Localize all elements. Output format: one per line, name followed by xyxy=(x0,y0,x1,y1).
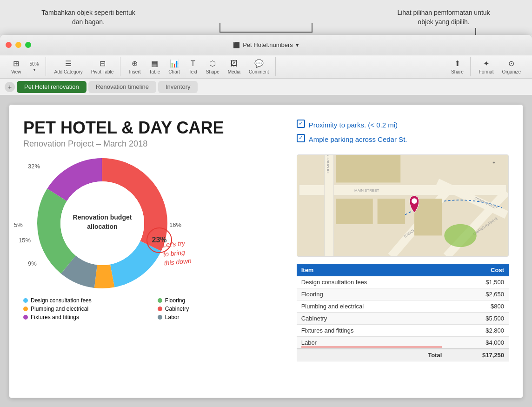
left-panel: PET HOTEL & DAY CARE Renovation Project … xyxy=(23,119,283,384)
toolbar-group-view: ⊞ View 50% ▾ xyxy=(5,57,46,76)
checkbox-icon-1[interactable]: ✓ xyxy=(297,120,305,128)
handwritten-notes: ✓ Proximity to parks. (< 0.2 mi) ✓ Ample… xyxy=(297,119,509,147)
table-cell-cost: $800 xyxy=(446,300,509,313)
table-cell-item: Cabinetry xyxy=(297,313,447,325)
legend-item: Design consultation fees xyxy=(23,297,148,304)
pct-label-15: 15% xyxy=(19,237,31,244)
window-title: ⬛ Pet Hotel.numbers ▾ xyxy=(233,41,299,48)
tooltip-bracket-left xyxy=(219,23,313,33)
zoom-button[interactable]: 50% ▾ xyxy=(26,60,43,74)
chevron-down-icon: ▾ xyxy=(33,68,35,72)
view-icon: ⊞ xyxy=(13,59,19,68)
chart-icon: 📊 xyxy=(170,59,179,68)
pct-label-5: 5% xyxy=(14,221,23,228)
legend-dot xyxy=(23,315,28,320)
checkbox-parking: ✓ Ample parking across Cedar St. xyxy=(297,133,509,146)
comment-button[interactable]: 💬 Comment xyxy=(245,57,273,76)
toolbar: ⊞ View 50% ▾ ☰ Add Category ⊟ Pivot Tabl… xyxy=(0,55,532,79)
budget-table: Item Cost Design consultation fees $1,50… xyxy=(297,264,509,361)
legend-item: Flooring xyxy=(158,297,283,304)
legend-item: Cabinetry xyxy=(158,306,283,312)
chart-button[interactable]: 📊 Chart xyxy=(165,57,183,76)
tooltip-left: Tambahkan objek seperti bentuk dan bagan… xyxy=(37,8,140,27)
tab-pet-hotel-renovation[interactable]: Pet Hotel renovation xyxy=(17,81,86,93)
total-label: Total xyxy=(297,349,447,361)
table-cell-cost: $1,500 xyxy=(446,276,509,288)
doc-icon: ⬛ xyxy=(233,42,240,48)
tabsbar: + Pet Hotel renovation Renovation timeli… xyxy=(0,79,532,95)
minimize-button[interactable] xyxy=(15,42,21,48)
add-category-button[interactable]: ☰ Add Category xyxy=(51,57,86,76)
legend-item: Fixtures and fittings xyxy=(23,314,148,320)
document-subtitle: Renovation Project – March 2018 xyxy=(23,139,283,149)
main-window: ⬛ Pet Hotel.numbers ▾ ⊞ View 50% ▾ ☰ Add… xyxy=(0,35,532,407)
map-svg: MAIN STREET GRAND AVENUE RANCH ROAD FILM… xyxy=(297,155,508,256)
organize-icon: ⊙ xyxy=(508,59,514,68)
insert-icon: ⊕ xyxy=(132,59,138,68)
checkbox-proximity: ✓ Proximity to parks. (< 0.2 mi) xyxy=(297,119,509,131)
view-button[interactable]: ⊞ View xyxy=(7,57,25,76)
legend-dot xyxy=(158,315,162,320)
canvas: PET HOTEL & DAY CARE Renovation Project … xyxy=(9,105,523,398)
annotation-container: 23% Let's try to bring this down xyxy=(163,237,191,267)
pct-label-9: 9% xyxy=(28,260,37,267)
svg-text:+: + xyxy=(492,160,495,165)
svg-text:MAIN STREET: MAIN STREET xyxy=(354,188,379,193)
right-panel: ✓ Proximity to parks. (< 0.2 mi) ✓ Ample… xyxy=(297,119,509,384)
category-icon: ☰ xyxy=(65,59,72,68)
main-content: PET HOTEL & DAY CARE Renovation Project … xyxy=(0,95,532,407)
table-row: Fixtures and fittings $2,800 xyxy=(297,325,509,337)
legend-item: Plumbing and electrical xyxy=(23,306,148,312)
svg-text:Renovation budget: Renovation budget xyxy=(73,214,132,221)
table-cell-item: Labor xyxy=(297,337,447,349)
toolbar-group-format: ✦ Format ⊙ Organize xyxy=(472,57,527,76)
table-cell-cost: $4,000 xyxy=(446,337,509,349)
media-button[interactable]: 🖼 Media xyxy=(224,58,244,76)
checkbox-icon-2[interactable]: ✓ xyxy=(297,134,305,142)
media-icon: 🖼 xyxy=(230,60,238,68)
table-cell-cost: $2,650 xyxy=(446,288,509,300)
window-title-text: Pet Hotel.numbers xyxy=(243,41,293,48)
shape-button[interactable]: ⬡ Shape xyxy=(202,57,223,76)
format-icon: ✦ xyxy=(483,59,489,68)
svg-rect-21 xyxy=(377,199,405,224)
chevron-icon[interactable]: ▾ xyxy=(296,41,299,48)
text-button[interactable]: T Text xyxy=(185,58,201,76)
table-row: Cabinetry $5,500 xyxy=(297,313,509,325)
total-value: $17,250 xyxy=(446,349,509,361)
share-button[interactable]: ⬆ Share xyxy=(447,57,467,76)
format-button[interactable]: ✦ Format xyxy=(475,57,498,76)
table-cell-item: Design consultation fees xyxy=(297,276,447,288)
svg-text:allocation: allocation xyxy=(87,223,117,230)
document-title: PET HOTEL & DAY CARE xyxy=(23,119,283,137)
table-row: Design consultation fees $1,500 xyxy=(297,276,509,288)
toolbar-group-insert: ⊕ Insert ▦ Table 📊 Chart T Text ⬡ Shape … xyxy=(122,57,276,76)
svg-point-24 xyxy=(444,224,476,247)
sheet-content: PET HOTEL & DAY CARE Renovation Project … xyxy=(23,119,509,384)
table-cell-item: Plumbing and electrical xyxy=(297,300,447,313)
tooltip-right: Lihat pilihan pemformatan untuk objek ya… xyxy=(392,8,495,27)
tab-inventory[interactable]: Inventory xyxy=(158,81,198,93)
legend-dot xyxy=(23,298,28,303)
map-container: MAIN STREET GRAND AVENUE RANCH ROAD FILM… xyxy=(297,154,509,257)
organize-button[interactable]: ⊙ Organize xyxy=(498,57,525,76)
close-button[interactable] xyxy=(6,42,12,48)
pivot-table-button[interactable]: ⊟ Pivot Table xyxy=(87,57,118,76)
table-button[interactable]: ▦ Table xyxy=(145,57,164,76)
insert-button[interactable]: ⊕ Insert xyxy=(125,57,144,76)
legend-dot xyxy=(23,307,28,311)
table-row: Flooring $2,650 xyxy=(297,288,509,300)
table-cell-item: Flooring xyxy=(297,288,447,300)
legend-dot xyxy=(158,298,162,303)
handwritten-annotation: Let's try to bring this down xyxy=(162,238,192,268)
table-icon: ▦ xyxy=(151,59,158,68)
tab-renovation-timeline[interactable]: Renovation timeline xyxy=(88,81,156,93)
donut-chart-svg: Renovation budget allocation xyxy=(37,158,167,288)
svg-point-25 xyxy=(412,198,417,204)
svg-rect-20 xyxy=(336,199,372,224)
titlebar: ⬛ Pet Hotel.numbers ▾ xyxy=(0,35,532,55)
table-cell-item: Fixtures and fittings xyxy=(297,325,447,337)
table-header-cost: Cost xyxy=(446,264,509,276)
add-sheet-button[interactable]: + xyxy=(5,82,15,92)
maximize-button[interactable] xyxy=(25,42,31,48)
